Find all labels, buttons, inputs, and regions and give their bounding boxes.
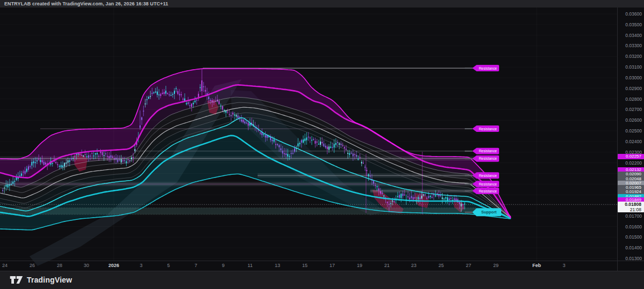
svg-text:Resistance: Resistance [479, 157, 497, 160]
time-label: 26 [30, 263, 35, 268]
tradingview-logo-icon [10, 275, 23, 285]
svg-text:Resistance: Resistance [479, 149, 497, 153]
time-label: 11 [247, 263, 252, 268]
price-tick-label: 0.01700 [625, 213, 642, 219]
attribution-text: ENTRYLAB created with TradingView.com, J… [0, 1, 168, 6]
time-label: Feb [532, 263, 541, 268]
chart-canvas[interactable]: ResistanceResistanceResistanceResistance… [0, 0, 644, 289]
price-tick-label: 0.03200 [625, 54, 642, 59]
resistance-tag[interactable]: Resistance [465, 65, 499, 71]
attribution-bar: ENTRYLAB created with TradingView.com, J… [0, 0, 644, 8]
time-label: 15 [302, 263, 308, 268]
time-label: 5 [167, 263, 170, 268]
time-label: 23 [411, 263, 416, 268]
price-tick-label: 0.02900 [625, 86, 642, 91]
time-label: 7 [194, 263, 197, 268]
resistance-tag[interactable]: Resistance [465, 148, 499, 154]
time-label: 3 [562, 263, 565, 268]
price-tick-label: 0.03600 [625, 11, 642, 17]
price-level-label: 0.02257 [618, 154, 644, 159]
time-label: 21 [384, 263, 390, 268]
svg-text:Resistance: Resistance [479, 182, 497, 186]
price-tick-label: 0.01500 [625, 234, 642, 240]
price-tick-label: 0.01400 [625, 245, 642, 250]
time-label: 9 [222, 263, 224, 268]
price-tick-label: 0.02800 [625, 97, 642, 102]
footer-bar: TradingView [0, 271, 644, 289]
price-tick-label: 0.03400 [625, 33, 642, 38]
price-axis[interactable]: 0.036000.035000.034000.033000.032000.031… [618, 0, 644, 271]
svg-text:Resistance: Resistance [479, 127, 497, 131]
tradingview-chart-window: ENTRYLAB created with TradingView.com, J… [0, 0, 644, 289]
price-tick-label: 0.03500 [625, 22, 642, 27]
time-axis[interactable]: 242628302026357911131517192123252729Feb3 [0, 261, 617, 271]
current-price-label: 0.0180821:08 [618, 202, 644, 212]
tradingview-logo[interactable]: TradingView [10, 275, 72, 285]
svg-text:Support: Support [481, 210, 497, 214]
time-label: 28 [57, 263, 62, 268]
time-label: 29 [493, 263, 499, 268]
price-tick-label: 0.02600 [625, 117, 642, 123]
svg-text:Resistance: Resistance [479, 189, 497, 193]
price-tick-label: 0.02500 [625, 128, 642, 134]
time-label: 17 [330, 263, 335, 268]
tradingview-logo-text: TradingView [27, 276, 72, 284]
price-tick-label: 0.02700 [625, 107, 642, 112]
time-label: 2026 [108, 263, 119, 268]
svg-text:Resistance: Resistance [479, 174, 497, 177]
time-label: 3 [140, 263, 142, 268]
time-label: 30 [84, 263, 89, 268]
time-label: 19 [357, 263, 362, 268]
time-label: 24 [2, 263, 8, 268]
price-tick-label: 0.01600 [625, 224, 642, 229]
svg-text:Resistance: Resistance [479, 66, 497, 70]
price-tick-label: 0.02400 [625, 139, 642, 144]
bar-countdown: 21:08 [618, 207, 641, 212]
price-tick-label: 0.02200 [625, 160, 642, 166]
current-price-value: 0.01808 [618, 202, 641, 207]
price-tick-label: 0.01300 [625, 256, 642, 261]
time-label: 25 [438, 263, 444, 268]
price-tick-label: 0.03100 [625, 64, 642, 70]
time-label: 13 [275, 263, 280, 268]
price-tick-label: 0.03000 [625, 75, 642, 80]
price-tick-label: 0.03300 [625, 43, 642, 48]
time-label: 27 [466, 263, 471, 268]
